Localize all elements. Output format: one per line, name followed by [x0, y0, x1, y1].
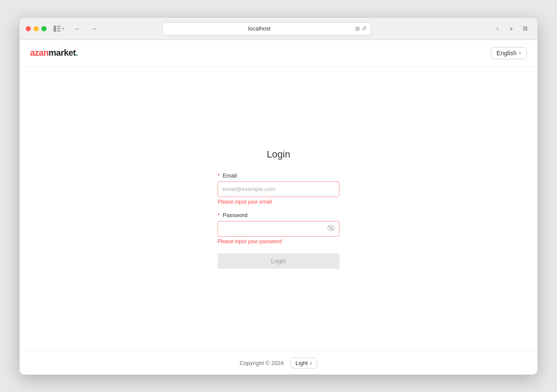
password-field-group: * Password Please input y — [218, 212, 339, 245]
login-form-container: Login * Email Please input your email * … — [218, 149, 339, 269]
email-error-message: Please input your email — [218, 199, 339, 205]
svg-rect-1 — [57, 26, 60, 27]
theme-selector[interactable]: Light ∨ — [291, 358, 317, 369]
password-label: * Password — [218, 212, 339, 218]
minimize-button[interactable] — [34, 26, 39, 31]
share-button[interactable]: ↑ — [491, 23, 503, 35]
logo-dot: . — [76, 48, 78, 57]
forward-button[interactable]: → — [88, 23, 100, 35]
language-label: English — [497, 50, 517, 57]
login-title: Login — [218, 149, 339, 160]
page-content: azanmarket. English ∨ Login * Email Plea… — [20, 40, 537, 375]
close-button[interactable] — [26, 26, 31, 31]
translate-icon: ⊞ — [355, 25, 360, 32]
svg-rect-3 — [57, 30, 60, 32]
maximize-button[interactable] — [41, 26, 47, 31]
address-bar[interactable]: localhost ⊞ ↺ — [162, 22, 371, 35]
language-selector[interactable]: English ∨ — [491, 47, 527, 59]
svg-rect-2 — [57, 28, 60, 29]
browser-actions: ↑ + ⧉ — [491, 23, 531, 35]
chevron-down-icon: ∨ — [61, 26, 64, 31]
address-bar-icons: ⊞ ↺ — [355, 25, 366, 32]
password-input[interactable] — [218, 221, 339, 237]
tabs-button[interactable]: ⧉ — [519, 23, 531, 35]
email-label: * Email — [218, 172, 339, 179]
password-required-marker: * — [218, 212, 220, 218]
browser-chrome: ∨ ← → localhost ⊞ ↺ ↑ + ⧉ — [20, 18, 537, 40]
logo-azan: azan — [30, 48, 48, 57]
email-input[interactable] — [218, 181, 339, 197]
browser-window: ∨ ← → localhost ⊞ ↺ ↑ + ⧉ azanmarket. — [20, 18, 537, 375]
back-button[interactable]: ← — [71, 23, 84, 35]
site-logo: azanmarket. — [30, 48, 78, 58]
new-tab-button[interactable]: + — [505, 23, 517, 35]
copyright-text: Copyright © 2024 — [240, 360, 284, 366]
url-text: localhost — [167, 25, 352, 32]
email-field-group: * Email Please input your email — [218, 172, 339, 205]
site-footer: Copyright © 2024 Light ∨ — [20, 351, 537, 375]
chevron-down-icon: ∨ — [518, 50, 521, 55]
theme-label: Light — [295, 360, 308, 366]
login-button[interactable]: Login — [218, 253, 339, 269]
email-required-marker: * — [218, 172, 220, 179]
reload-icon[interactable]: ↺ — [362, 25, 366, 32]
site-header: azanmarket. English ∨ — [20, 40, 537, 67]
main-area: Login * Email Please input your email * … — [20, 67, 537, 351]
sidebar-toggle-button[interactable]: ∨ — [51, 23, 67, 35]
eye-toggle-icon[interactable] — [327, 225, 335, 233]
chevron-down-icon: ∨ — [309, 361, 312, 365]
svg-rect-0 — [54, 26, 56, 32]
logo-market: market — [48, 48, 76, 57]
password-input-wrapper — [218, 221, 339, 237]
password-error-message: Please input your password — [218, 238, 339, 245]
traffic-lights — [26, 26, 47, 31]
